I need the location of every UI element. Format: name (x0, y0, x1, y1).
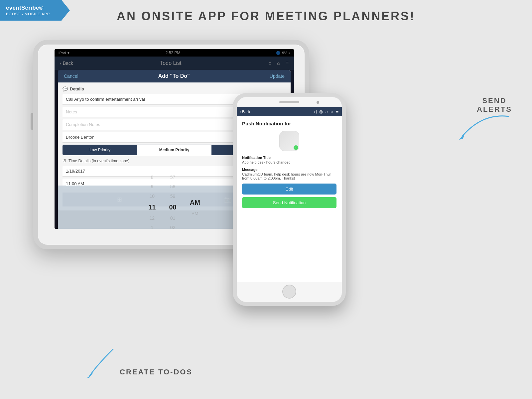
message-value: CadmiumCD team, help desk hours are now … (242, 172, 336, 180)
phone-home-icon[interactable]: ⌂ (326, 109, 328, 114)
send-notification-button[interactable]: Send Notification (242, 197, 336, 208)
clock-icon: ⏱ (63, 159, 66, 163)
picker-item: 57 (170, 173, 176, 182)
message-label: Message (242, 168, 336, 172)
status-badge-green: ✓ (294, 145, 298, 150)
update-button[interactable]: Update (270, 73, 285, 79)
phone-screen: ‹ Back ◁ ◎ ⌂ ⌕ ≡ Push Notification for (237, 107, 342, 282)
phone-notification-content: Push Notification for ✓ Notification Tit… (237, 116, 342, 213)
hour-picker[interactable]: 8 9 10 11 12 1 2 (148, 173, 156, 229)
picker-item: 01 (170, 214, 176, 222)
svg-marker-6 (86, 373, 93, 378)
notification-icon-area: ✓ (242, 131, 336, 151)
phone-navbar: ‹ Back ◁ ◎ ⌂ ⌕ ≡ (237, 107, 342, 116)
modal-header: Cancel Add "To Do" Update (58, 70, 291, 82)
picker-item: 10 (150, 192, 155, 200)
modal-title: Add "To Do" (158, 73, 190, 79)
picker-item: 59 (170, 192, 176, 200)
phone-speaker (279, 101, 299, 103)
phone-search-icon[interactable]: ⌕ (331, 109, 333, 114)
phone-nav-icons: ◁ ◎ ⌂ ⌕ ≡ (313, 109, 338, 114)
svg-marker-5 (459, 134, 465, 140)
phone-nav-left-icon[interactable]: ◁ (313, 109, 317, 114)
picker-item: 12 (150, 214, 155, 222)
picker-item: 1 (151, 223, 153, 229)
notification-heading: Push Notification for (242, 121, 336, 126)
low-priority-button[interactable]: Low Priority (63, 145, 137, 155)
phone-device: ‹ Back ◁ ◎ ⌂ ⌕ ≡ Push Notification for (233, 93, 346, 306)
brand-tag: eventScribe® BOOST - MOBILE APP (0, 0, 70, 21)
notif-title-value: App help desk hours changed (242, 160, 336, 164)
phone-camera (317, 101, 319, 104)
minute-picker[interactable]: 57 58 59 00 01 02 03 (169, 173, 176, 229)
picker-item-pm: PM (192, 209, 199, 218)
phone-refresh-icon[interactable]: ◎ (319, 109, 323, 114)
create-todos-arrow (83, 346, 136, 379)
edit-button[interactable]: Edit (242, 184, 336, 195)
picker-item: 8 (151, 173, 153, 182)
brand-name: eventScribe® (6, 5, 62, 11)
details-label: 💬 Details (63, 86, 286, 91)
picker-selected-hour[interactable]: 11 (148, 201, 156, 213)
notif-title-label: Notification Title (242, 156, 336, 160)
period-picker[interactable]: AM PM (190, 197, 200, 218)
phone-chevron-left-icon: ‹ (240, 110, 241, 114)
app-icon: ✓ (279, 131, 299, 151)
details-icon: 💬 (63, 86, 68, 91)
cancel-button[interactable]: Cancel (64, 73, 78, 79)
brand-subtitle: BOOST - MOBILE APP (6, 12, 62, 16)
picker-selected-am[interactable]: AM (190, 197, 200, 208)
picker-item: 58 (170, 182, 176, 191)
phone-outer-frame: ‹ Back ◁ ◎ ⌂ ⌕ ≡ Push Notification for (233, 93, 346, 306)
picker-selected-minute[interactable]: 00 (169, 201, 176, 213)
phone-home-button[interactable] (282, 285, 296, 299)
phone-menu-icon[interactable]: ≡ (336, 109, 338, 114)
phone-back-button[interactable]: ‹ Back (240, 110, 250, 114)
medium-priority-button[interactable]: Medium Priority (137, 145, 211, 155)
picker-item: 02 (170, 223, 176, 229)
picker-item: 9 (151, 182, 153, 191)
send-alerts-arrow (456, 110, 515, 150)
page-headline: AN ONSITE APP FOR MEETING PLANNERS! (0, 9, 532, 23)
phone-back-label: Back (242, 110, 250, 114)
